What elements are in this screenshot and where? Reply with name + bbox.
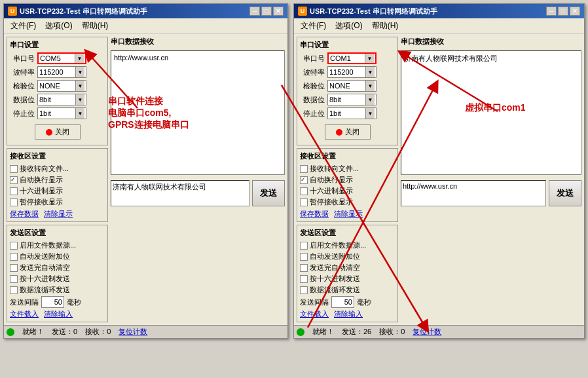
menu-options-right[interactable]: 选项(O) xyxy=(331,20,366,32)
port-label-left: 串口号 xyxy=(10,54,35,64)
window-left: U USR-TCP232-Test 串口转网络调试助手 ─ □ ✕ 文件(F) … xyxy=(3,3,288,339)
file-load-link-right[interactable]: 文件载入 xyxy=(300,309,329,319)
send-cb-0-right[interactable] xyxy=(300,242,308,250)
send-cb-2-left[interactable] xyxy=(10,264,18,272)
send-area-row-left: 济南有人物联网技术有限公司 发送 xyxy=(111,180,285,206)
interval-row-right: 发送间隔 毫秒 xyxy=(300,296,395,308)
baud-combo-right[interactable]: 115200 ▼ xyxy=(327,66,377,78)
send-cb-1-left[interactable] xyxy=(10,253,18,261)
send-title-left: 发送区设置 xyxy=(10,228,105,238)
menu-options-left[interactable]: 选项(O) xyxy=(41,20,76,32)
menu-help-right[interactable]: 帮助(H) xyxy=(368,20,403,32)
baud-combo-arrow-right: ▼ xyxy=(365,67,375,77)
close-btn-left[interactable]: ✕ xyxy=(273,7,284,16)
title-right: USR-TCP232-Test 串口转网络调试助手 xyxy=(310,7,437,16)
send-cb-3-left[interactable] xyxy=(10,275,18,283)
recv-links-right: 保存数据 清除显示 xyxy=(300,209,395,219)
save-data-link-left[interactable]: 保存数据 xyxy=(10,209,39,219)
send-cb-2-right[interactable] xyxy=(300,264,308,272)
interval-input-right[interactable] xyxy=(331,296,354,308)
recv-cb-2-right[interactable] xyxy=(300,187,308,195)
interval-label-left: 发送间隔 xyxy=(10,297,39,307)
send-cb-4-left[interactable] xyxy=(10,286,18,294)
send-input-right[interactable]: http://www.usr.cn xyxy=(401,180,546,206)
window-right: U USR-TCP232-Test 串口转网络调试助手 ─ □ ✕ 文件(F) … xyxy=(293,3,585,339)
interval-unit-left: 毫秒 xyxy=(67,297,81,307)
interval-unit-right: 毫秒 xyxy=(357,297,371,307)
maximize-btn-right[interactable]: □ xyxy=(558,7,568,16)
send-check-2-right: 发送完自动清空 xyxy=(300,263,395,273)
recv-cb-0-right[interactable] xyxy=(300,165,308,173)
send-check-3-left: 按十六进制发送 xyxy=(10,274,105,284)
clear-input-link-left[interactable]: 清除输入 xyxy=(44,309,73,319)
send-cb-1-right[interactable] xyxy=(300,253,308,261)
serial-settings-left: 串口设置 串口号 COM5 ▼ 波特率 115200 ▼ xyxy=(7,37,108,145)
send-button-right[interactable]: 发送 xyxy=(549,180,581,206)
recv-check-3-right: 暂停接收显示 xyxy=(300,197,395,207)
stop-combo-right[interactable]: 1bit ▼ xyxy=(327,107,377,119)
clear-input-link-right[interactable]: 清除输入 xyxy=(334,309,363,319)
data-combo-right[interactable]: 8bit ▼ xyxy=(327,94,377,105)
check-row-left: 检验位 NONE ▼ xyxy=(10,80,105,92)
menu-file-left[interactable]: 文件(F) xyxy=(7,20,40,32)
titlebar-right: U USR-TCP232-Test 串口转网络调试助手 ─ □ ✕ xyxy=(294,4,584,18)
data-combo-arrow-left: ▼ xyxy=(75,94,84,105)
stop-row-left: 停止位 1bit ▼ xyxy=(10,107,105,119)
close-serial-btn-right[interactable]: 关闭 xyxy=(325,124,371,140)
close-btn-right[interactable]: ✕ xyxy=(570,7,580,16)
clear-display-link-left[interactable]: 清除显示 xyxy=(44,209,73,219)
maximize-btn-left[interactable]: □ xyxy=(261,7,272,16)
menu-file-right[interactable]: 文件(F) xyxy=(297,20,330,32)
window-controls-right: ─ □ ✕ xyxy=(546,7,580,16)
close-serial-btn-left[interactable]: 关闭 xyxy=(35,124,81,140)
check-combo-left[interactable]: NONE ▼ xyxy=(37,80,86,92)
data-label-left: 数据位 xyxy=(10,95,35,105)
check-combo-right[interactable]: NONE ▼ xyxy=(327,80,377,92)
menu-help-left[interactable]: 帮助(H) xyxy=(78,20,113,32)
interval-input-left[interactable] xyxy=(41,296,64,308)
reset-count-btn-left[interactable]: 复位计数 xyxy=(119,327,147,337)
send-settings-left: 发送区设置 启用文件数据源... 自动发送附加位 发送完自动清空 xyxy=(7,225,108,322)
minimize-btn-left[interactable]: ─ xyxy=(249,7,260,16)
app-icon-left: U xyxy=(8,7,17,16)
recv-cb-3-right[interactable] xyxy=(300,198,308,206)
port-combo-arrow-left: ▼ xyxy=(75,54,84,63)
send-button-left[interactable]: 发送 xyxy=(252,180,285,206)
recv-cb-1-right[interactable] xyxy=(300,176,308,184)
clear-display-link-right[interactable]: 清除显示 xyxy=(334,209,363,219)
recv-count-right: 接收：0 xyxy=(379,327,405,337)
check-combo-arrow-left: ▼ xyxy=(75,81,84,91)
send-check-2-left: 发送完自动清空 xyxy=(10,263,105,273)
recv-settings-left: 接收区设置 接收转向文件... 自动换行显示 十六进制显示 xyxy=(7,148,108,222)
recv-cb-2-left[interactable] xyxy=(10,187,18,195)
check-label-left: 检验位 xyxy=(10,81,35,91)
send-count-left: 发送：0 xyxy=(52,327,77,337)
data-combo-left[interactable]: 8bit ▼ xyxy=(37,94,86,105)
serial-title-right: 串口设置 xyxy=(300,40,395,50)
send-cb-4-right[interactable] xyxy=(300,286,308,294)
annotation-text-right: 虚拟串口com1 xyxy=(465,102,526,113)
recv-cb-3-left[interactable] xyxy=(10,198,18,206)
send-cb-3-right[interactable] xyxy=(300,275,308,283)
recv-check-0-right: 接收转向文件... xyxy=(300,164,395,174)
file-load-link-left[interactable]: 文件载入 xyxy=(10,309,39,319)
reset-count-btn-right[interactable]: 复位计数 xyxy=(413,327,441,337)
save-data-link-right[interactable]: 保存数据 xyxy=(300,209,329,219)
serial-title-left: 串口设置 xyxy=(10,40,105,50)
stop-combo-left[interactable]: 1bit ▼ xyxy=(37,107,86,119)
file-row-left: 文件载入 清除输入 xyxy=(10,309,105,319)
send-check-1-right: 自动发送附加位 xyxy=(300,252,395,261)
minimize-btn-right[interactable]: ─ xyxy=(546,7,557,16)
left-panel-left: 串口设置 串口号 COM5 ▼ 波特率 115200 ▼ xyxy=(7,37,108,322)
port-combo-arrow-right: ▼ xyxy=(365,54,374,63)
send-count-right: 发送：26 xyxy=(342,327,371,337)
recv-check-2-right: 十六进制显示 xyxy=(300,186,395,196)
port-combo-left[interactable]: COM5 ▼ xyxy=(37,52,86,64)
statusbar-right: 就绪！ 发送：26 接收：0 复位计数 xyxy=(294,325,584,338)
recv-cb-0-left[interactable] xyxy=(10,165,18,173)
port-combo-right[interactable]: COM1 ▼ xyxy=(327,52,377,64)
recv-cb-1-left[interactable] xyxy=(10,176,18,184)
send-input-left[interactable]: 济南有人物联网技术有限公司 xyxy=(111,180,249,206)
baud-combo-left[interactable]: 115200 ▼ xyxy=(37,66,86,78)
send-cb-0-left[interactable] xyxy=(10,242,18,250)
